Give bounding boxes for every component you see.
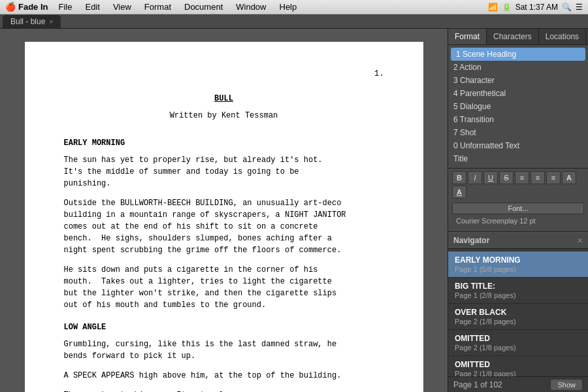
nav-item-title: OVER BLACK <box>455 308 581 317</box>
status-bar: Page 1 of 102 Show <box>448 376 588 392</box>
format-toolbar: B I U S ≡ ≡ ≡ A A Font... Courier Screen… <box>448 168 588 231</box>
menubar: 🍎 Fade In File Edit View Format Document… <box>0 0 588 14</box>
action-block: The sun has yet to properly rise, but al… <box>64 154 384 189</box>
strikethrough-button[interactable]: S <box>499 171 514 184</box>
navigator-panel: Navigator × EARLY MORNINGPage 1 (5/8 pag… <box>448 232 588 392</box>
highlight-button[interactable]: A <box>452 186 466 199</box>
format-list: 1 Scene Heading2 Action3 Character4 Pare… <box>448 45 588 168</box>
apple-icon: 🍎 <box>5 2 16 12</box>
menu-file[interactable]: File <box>54 1 78 12</box>
scene-heading: EARLY MORNING <box>64 137 384 149</box>
right-panel: Format Characters Locations Other 1 Scen… <box>448 29 588 392</box>
text-color-button[interactable]: A <box>562 171 576 184</box>
italic-button[interactable]: I <box>468 171 482 184</box>
format-item-parenthetical[interactable]: 4 Parenthetical <box>448 87 588 100</box>
action-block: A SPECK APPEARS high above him, at the t… <box>64 370 384 382</box>
align-left-button[interactable]: ≡ <box>515 171 529 184</box>
menu-document[interactable]: Document <box>179 1 228 12</box>
nav-item-page: Page 1 (5/8 pages) <box>455 265 581 273</box>
align-center-button[interactable]: ≡ <box>531 171 545 184</box>
nav-item[interactable]: EARLY MORNINGPage 1 (5/8 pages) <box>448 252 588 278</box>
format-item-unformatted-text[interactable]: 0 Unformatted Text <box>448 139 588 152</box>
tab-locations[interactable]: Locations <box>539 29 586 44</box>
bold-button[interactable]: B <box>452 171 466 184</box>
menu-edit[interactable]: Edit <box>80 1 105 12</box>
script-title: BULL <box>64 93 384 105</box>
format-item-title[interactable]: Title <box>448 152 588 165</box>
script-area[interactable]: 1. BULL Written by Kent Tessman EARLY MO… <box>0 29 448 392</box>
menu-window[interactable]: Window <box>231 1 271 12</box>
menu-help[interactable]: Help <box>274 1 302 12</box>
app-window: Bull - blue × 1. BULL Written by Kent Te… <box>0 14 588 392</box>
menubar-right: 📶 🔋 Sat 1:37 AM 🔍 ☰ <box>488 3 583 12</box>
underline-button[interactable]: U <box>483 171 498 184</box>
align-right-button[interactable]: ≡ <box>546 171 561 184</box>
battery-icon: 🔋 <box>502 3 512 12</box>
nav-list: EARLY MORNINGPage 1 (5/8 pages)BIG TITLE… <box>448 249 588 376</box>
nav-item[interactable]: OVER BLACKPage 2 (1/8 pages) <box>448 304 588 330</box>
format-item-action[interactable]: 2 Action <box>448 61 588 74</box>
time-display: Sat 1:37 AM <box>515 3 558 12</box>
nav-item[interactable]: OMITTEDPage 2 (1/8 pages) <box>448 330 588 356</box>
action-block: He sits down and puts a cigarette in the… <box>64 264 384 311</box>
nav-item-title: EARLY MORNING <box>455 255 581 265</box>
script-page: 1. BULL Written by Kent Tessman EARLY MO… <box>25 42 423 392</box>
main-content: 1. BULL Written by Kent Tessman EARLY MO… <box>0 29 588 392</box>
script-byline: Written by Kent Tessman <box>64 110 384 122</box>
script-content: EARLY MORNINGThe sun has yet to properly… <box>64 137 384 392</box>
action-block: Outside the BULLWORTH-BEECH BUILDING, an… <box>64 197 384 256</box>
tab-format[interactable]: Format <box>448 29 487 44</box>
format-panel: Format Characters Locations Other 1 Scen… <box>448 29 588 232</box>
nav-item-page: Page 1 (2/8 pages) <box>455 291 581 299</box>
format-item-shot[interactable]: 7 Shot <box>448 126 588 139</box>
tab-label: Bull - blue <box>10 17 45 26</box>
search-icon[interactable]: 🔍 <box>562 3 572 12</box>
nav-item-title: BIG TITLE: <box>455 282 581 291</box>
wifi-icon: 📶 <box>488 3 498 12</box>
format-item-character[interactable]: 3 Character <box>448 74 588 87</box>
format-item-transition[interactable]: 6 Transition <box>448 113 588 126</box>
tab-close-button[interactable]: × <box>49 18 53 25</box>
nav-item-page: Page 2 (1/8 pages) <box>455 318 581 325</box>
nav-item-title: OMITTED <box>455 334 581 343</box>
page-info: Page 1 of 102 <box>453 380 502 389</box>
nav-item[interactable]: BIG TITLE:Page 1 (2/8 pages) <box>448 278 588 304</box>
nav-item[interactable]: OMITTEDPage 2 (1/8 pages) <box>448 356 588 376</box>
tab-characters[interactable]: Characters <box>487 29 539 44</box>
navigator-header: Navigator × <box>448 232 588 249</box>
panel-tabs: Format Characters Locations Other <box>448 29 588 45</box>
action-block: The speck gets bigger. It gets closer. <box>64 389 384 392</box>
navigator-close-button[interactable]: × <box>578 235 583 246</box>
format-item-dialogue[interactable]: 5 Dialogue <box>448 100 588 113</box>
action-block: Grumbling, cursing, like this is the las… <box>64 338 384 362</box>
format-item-scene-heading[interactable]: 1 Scene Heading <box>451 48 585 61</box>
show-button[interactable]: Show <box>550 379 583 391</box>
app-name: Fade In <box>18 2 48 12</box>
list-icon[interactable]: ☰ <box>576 3 583 12</box>
tab-bull-blue[interactable]: Bull - blue × <box>3 15 61 28</box>
navigator-title: Navigator <box>453 236 489 245</box>
page-number: 1. <box>64 68 384 80</box>
menu-view[interactable]: View <box>108 1 137 12</box>
scene-heading: LOW ANGLE <box>64 321 384 333</box>
font-label: Courier Screenplay 12 pt <box>452 216 540 229</box>
tab-bar: Bull - blue × <box>0 14 588 29</box>
nav-item-page: Page 2 (1/8 pages) <box>455 370 581 376</box>
menu-format[interactable]: Format <box>139 1 176 12</box>
nav-item-page: Page 2 (1/8 pages) <box>455 344 581 351</box>
nav-item-title: OMITTED <box>455 360 581 369</box>
font-button[interactable]: Font... <box>452 203 584 214</box>
